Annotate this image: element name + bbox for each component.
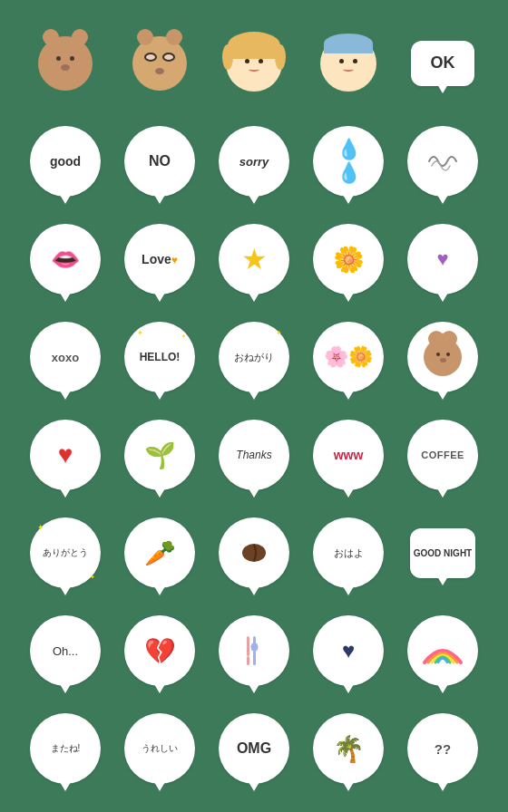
svg-rect-1	[247, 636, 249, 656]
drops-emoji: 💧💧	[337, 138, 361, 185]
lips-emoji: 👄	[51, 246, 80, 274]
sticker-good-night[interactable]: GOOD NIGHT	[397, 506, 488, 600]
sticker-sorry[interactable]: sorry	[209, 114, 299, 208]
sticker-good[interactable]: good	[20, 114, 111, 208]
sticker-fork-spoon[interactable]	[209, 604, 299, 698]
sticker-drops[interactable]: 💧💧	[303, 114, 394, 208]
no-label: NO	[149, 153, 171, 169]
sticker-palm-tree[interactable]: 🌴	[303, 701, 394, 796]
good-label: good	[50, 154, 81, 169]
rainbow-icon	[420, 637, 465, 664]
sticker-thanks[interactable]: Thanks	[209, 408, 299, 502]
cutlery-icon	[240, 634, 268, 667]
sticker-lips[interactable]: 👄	[20, 212, 111, 306]
sticker-coffee[interactable]: COFFEE	[397, 408, 488, 502]
sticker-ureshii[interactable]: うれしい	[114, 701, 205, 796]
sticker-ohayo[interactable]: おはよ	[303, 506, 394, 600]
ohayo-label: おはよ	[334, 546, 364, 560]
hello-label: HELLO!	[140, 351, 181, 363]
onegai-label: おねがり	[234, 351, 274, 364]
sticker-heart-purple[interactable]: ♥	[397, 212, 488, 306]
svg-point-4	[251, 643, 259, 652]
svg-rect-2	[247, 656, 249, 665]
ureshii-label: うれしい	[142, 742, 178, 755]
sticker-arigato[interactable]: ✦ ありがとう ✦	[20, 506, 111, 600]
flower-emoji: 🌼	[333, 245, 365, 275]
sticker-www[interactable]: www	[303, 408, 394, 502]
arigato-label: ありがとう	[43, 546, 88, 559]
sticker-flowers[interactable]: 🌸🌼	[303, 310, 394, 404]
sticker-bear[interactable]	[20, 16, 111, 111]
www-label: www	[334, 448, 364, 462]
broken-heart-emoji: 💔	[144, 636, 176, 666]
svg-rect-3	[253, 636, 256, 643]
sticker-ok[interactable]: OK	[397, 16, 488, 111]
sticker-love[interactable]: Love♥	[114, 212, 205, 306]
sticker-grid: OK good NO sorry 💧💧 👄	[5, 2, 503, 810]
love-label: Love♥	[142, 252, 178, 266]
sticker-bear-glasses[interactable]	[114, 16, 205, 111]
sticker-hello[interactable]: ✦ HELLO! ✦	[114, 310, 205, 404]
sticker-oh[interactable]: Oh...	[20, 604, 111, 698]
sticker-sprout[interactable]: 🌱	[114, 408, 205, 502]
sticker-rainbow[interactable]	[397, 604, 488, 698]
sticker-heart-red[interactable]: ♥	[20, 408, 111, 502]
sticker-qq[interactable]: ??	[397, 701, 488, 796]
sticker-boy[interactable]	[303, 16, 394, 111]
scribble-icon	[425, 143, 461, 179]
purple-heart-icon: ♥	[436, 247, 448, 271]
oh-label: Oh...	[53, 644, 78, 658]
sorry-label: sorry	[239, 155, 269, 169]
navy-heart-icon: ♥	[342, 638, 355, 663]
sticker-coffee-bean[interactable]	[209, 506, 299, 600]
sticker-scribble[interactable]	[397, 114, 488, 208]
sticker-girl[interactable]	[209, 16, 299, 111]
svg-rect-5	[253, 651, 256, 665]
coffee-bean-icon	[239, 538, 269, 567]
red-heart-icon: ♥	[58, 440, 73, 469]
ok-label: OK	[431, 53, 455, 73]
sprout-emoji: 🌱	[144, 440, 176, 470]
sticker-no[interactable]: NO	[114, 114, 205, 208]
sticker-star[interactable]: ★	[209, 212, 299, 306]
sticker-carrot[interactable]: 🥕	[114, 506, 205, 600]
sticker-bear-small[interactable]	[397, 310, 488, 404]
sticker-xoxo[interactable]: xoxo	[20, 310, 111, 404]
palm-tree-emoji: 🌴	[333, 734, 365, 764]
star-icon: ★	[241, 242, 268, 276]
omg-label: OMG	[237, 740, 271, 757]
qq-label: ??	[435, 741, 451, 757]
sticker-onegai[interactable]: ✦ おねがり	[209, 310, 299, 404]
sticker-flower-white[interactable]: 🌼	[303, 212, 394, 306]
good-night-label: GOOD NIGHT	[414, 547, 472, 559]
thanks-label: Thanks	[236, 449, 271, 461]
flowers-emoji: 🌸🌼	[324, 345, 373, 369]
sticker-heart-navy[interactable]: ♥	[303, 604, 394, 698]
matane-label: またね!	[51, 742, 81, 755]
xoxo-label: xoxo	[52, 351, 79, 364]
carrot-emoji: 🥕	[144, 538, 176, 568]
sticker-matane[interactable]: またね!	[20, 701, 111, 796]
coffee-label: COFFEE	[421, 450, 464, 460]
sticker-omg[interactable]: OMG	[209, 701, 299, 796]
sticker-broken-heart[interactable]: 💔	[114, 604, 205, 698]
